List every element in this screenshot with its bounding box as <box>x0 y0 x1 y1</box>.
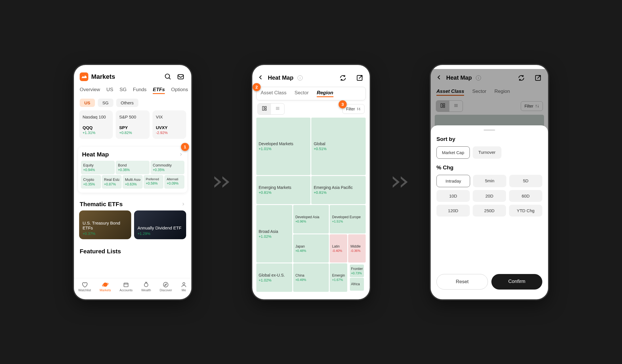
chg-option[interactable]: Intraday <box>436 175 470 187</box>
nav-discover[interactable]: Discover <box>160 281 172 292</box>
page-title: Markets <box>91 73 160 81</box>
index-cards: Nasdaq 100 QQQ +1.31% S&P 500 SPY +0.82%… <box>74 109 191 140</box>
treemap-cell-group: Frontier+0.73% Africa <box>348 263 366 292</box>
treemap-cell[interactable]: Developed Asia+0.96% <box>293 205 329 233</box>
heatmap-tile[interactable]: Alternati+0.09% <box>164 175 184 189</box>
heatmap-tile[interactable]: Crypto+0.35% <box>81 175 101 189</box>
tab-us[interactable]: US <box>106 87 113 94</box>
thematic-title-row[interactable]: Thematic ETFs <box>74 196 191 210</box>
heatmap-tile[interactable]: Real Estate+0.87% <box>102 175 122 189</box>
treemap-cell[interactable]: China+0.49% <box>293 263 329 292</box>
tab-sector[interactable]: Sector <box>295 90 309 97</box>
treemap-cell[interactable]: Emergin+1.67% <box>330 263 347 292</box>
thematic-card[interactable]: Annually Dividend ETF +1.29% <box>134 210 186 239</box>
compass-icon <box>163 281 169 288</box>
search-icon[interactable] <box>163 72 173 82</box>
tab-sg[interactable]: SG <box>119 87 127 94</box>
chg-option[interactable]: 20D <box>473 190 506 202</box>
chevron-right-icon <box>181 202 186 206</box>
filter-button[interactable]: 3 Filter <box>342 104 365 114</box>
heatmap-tile[interactable]: Preferred+0.58% <box>144 175 164 189</box>
heatmap-tile[interactable]: Equity+0.94% <box>81 161 115 174</box>
back-button[interactable] <box>257 74 264 82</box>
svg-point-8 <box>183 283 185 285</box>
thematic-cards: U.S. Treasury Bond ETFs +0.37% Annually … <box>74 210 191 239</box>
arrow-separator <box>214 176 229 188</box>
reset-button[interactable]: Reset <box>436 274 488 290</box>
header: Heat Map i <box>252 69 370 87</box>
chg-option[interactable]: 60D <box>509 190 542 202</box>
info-icon[interactable]: i <box>297 75 303 81</box>
callout-badge-2: 2 <box>253 83 261 91</box>
tab-asset-class[interactable]: Asset Class <box>261 90 287 97</box>
tab-options[interactable]: Options <box>171 87 188 94</box>
chg-option[interactable]: 5min <box>473 175 506 187</box>
view-toggle <box>257 103 285 115</box>
heatmap-tile[interactable]: Commodity+0.35% <box>150 161 184 174</box>
tab-overview[interactable]: Overview <box>80 87 100 94</box>
piggy-icon <box>143 281 149 288</box>
treemap-cell[interactable]: Global ex-U.S.+1.02% <box>256 263 292 292</box>
share-icon[interactable] <box>355 73 365 83</box>
refresh-icon[interactable] <box>338 73 348 83</box>
wallet-icon <box>123 281 129 288</box>
index-card[interactable]: S&P 500 SPY +0.82% <box>116 110 149 139</box>
treemap-cell[interactable]: Latin-0.40% <box>330 234 347 263</box>
svg-point-0 <box>165 74 169 78</box>
treemap-cell[interactable]: Developed Markets+1.01% <box>256 118 310 175</box>
chip-sg[interactable]: SG <box>98 99 113 107</box>
nav-watchlist[interactable]: Watchlist <box>78 281 91 292</box>
tab-region[interactable]: Region <box>317 90 333 97</box>
view-controls: 3 Filter <box>252 100 370 118</box>
sliders-icon <box>357 107 361 111</box>
treemap-cell[interactable]: Broad Asia+1.02% <box>256 205 292 263</box>
chg-options-row: 10D 20D 60D <box>436 190 542 202</box>
grid-view-button[interactable] <box>258 104 271 114</box>
treemap-cell[interactable]: Middle-0.36% <box>348 234 366 263</box>
index-card[interactable]: Nasdaq 100 QQQ +1.31% <box>79 110 113 139</box>
index-card[interactable]: VIX UVXY -2.92% <box>152 110 186 139</box>
chevron-right-icon <box>179 152 183 157</box>
chg-option[interactable]: 5D <box>509 175 542 187</box>
tab-funds[interactable]: Funds <box>133 87 146 94</box>
drag-handle[interactable] <box>484 129 495 131</box>
treemap-cell[interactable]: Japan+0.48% <box>293 234 329 263</box>
treemap-cell[interactable]: Emerging Markets+0.81% <box>256 176 310 204</box>
thematic-title: Thematic ETFs <box>80 201 123 208</box>
arrow-separator <box>393 176 408 188</box>
tab-etfs[interactable]: ETFs <box>153 87 165 94</box>
nav-me[interactable]: Me <box>181 281 187 292</box>
chg-title: % Chg <box>436 164 542 171</box>
heatmap-title: Heat Map <box>81 151 184 161</box>
chg-option[interactable]: YTD Chg <box>509 205 542 217</box>
heatmap-section[interactable]: 1 Heat Map Equity+0.94% Bond+0.36% Commo… <box>78 147 187 193</box>
treemap-cell[interactable]: Frontier+0.73% <box>350 265 364 277</box>
chg-option[interactable]: 250D <box>473 205 506 217</box>
chip-others[interactable]: Others <box>116 99 138 107</box>
treemap-cell[interactable]: Global+0.51% <box>311 118 366 175</box>
category-tabs: Overview US SG Funds ETFs Options JP <box>74 85 191 96</box>
heatmap-tile[interactable]: Multi Asset+0.63% <box>123 175 143 189</box>
featured-title: Featured Lists <box>74 239 191 255</box>
nav-markets[interactable]: Markets <box>100 281 111 292</box>
nav-wealth[interactable]: Wealth <box>141 281 151 292</box>
planet-icon <box>102 281 108 288</box>
list-view-button[interactable] <box>271 104 284 114</box>
mail-icon[interactable] <box>176 72 186 82</box>
heatmap-row: Equity+0.94% Bond+0.36% Commodity+0.35% <box>81 161 184 174</box>
thematic-card[interactable]: U.S. Treasury Bond ETFs +0.37% <box>79 210 131 239</box>
treemap-cell[interactable]: Emerging Asia Pacific+0.81% <box>311 176 366 204</box>
chg-option[interactable]: 120D <box>436 205 470 217</box>
heatmap-tile[interactable]: Bond+0.36% <box>116 161 150 174</box>
svg-point-6 <box>144 283 148 287</box>
person-icon <box>181 281 187 288</box>
chip-us[interactable]: US <box>80 99 95 107</box>
chg-option[interactable]: 10D <box>436 190 470 202</box>
nav-accounts[interactable]: Accounts <box>120 281 133 292</box>
confirm-button[interactable]: Confirm <box>491 274 542 290</box>
svg-rect-5 <box>124 283 128 287</box>
treemap-cell[interactable]: Developed Europe+1.51% <box>330 205 366 233</box>
sort-option-market-cap[interactable]: Market Cap <box>436 146 470 159</box>
treemap-cell[interactable]: Africa <box>350 278 364 290</box>
sort-option-turnover[interactable]: Turnover <box>473 146 501 159</box>
